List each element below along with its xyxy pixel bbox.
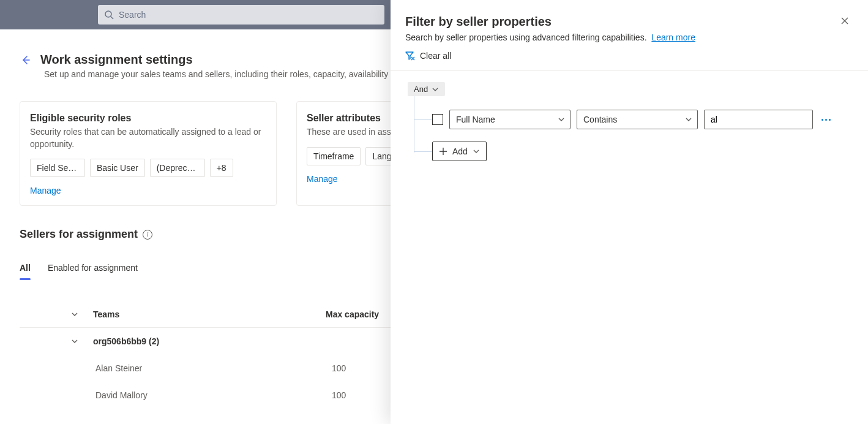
card-eligible-roles: Eligible security roles Security roles t… (20, 101, 277, 206)
condition-more-button[interactable] (819, 116, 833, 123)
add-label: Add (452, 146, 468, 156)
manage-roles-link[interactable]: Manage (30, 186, 61, 195)
condition-checkbox[interactable] (432, 114, 443, 125)
operator-label: Contains (583, 115, 617, 124)
chevron-down-icon (473, 148, 480, 155)
operator-dropdown[interactable]: Contains (577, 110, 698, 129)
section-title: Sellers for assignment (20, 228, 138, 241)
filter-panel: Filter by seller properties Search by se… (391, 0, 868, 424)
clear-all-label: Clear all (420, 51, 451, 61)
learn-more-link[interactable]: Learn more (651, 32, 695, 42)
tab-all[interactable]: All (20, 258, 31, 280)
role-chip[interactable]: Basic User (90, 159, 145, 177)
chevron-down-icon (71, 338, 78, 345)
chevron-down-icon (432, 86, 439, 93)
add-condition-button[interactable]: Add (432, 142, 487, 161)
svg-line-1 (111, 17, 113, 19)
panel-subtitle: Search by seller properties using advanc… (405, 32, 695, 42)
card-roles-title: Eligible security roles (30, 113, 266, 124)
value-input[interactable] (704, 110, 813, 129)
filter-builder: And Full Name Contains (391, 71, 868, 172)
group-operator-label: And (414, 85, 428, 94)
seller-name: David Mallory (93, 390, 326, 400)
expand-all[interactable] (56, 311, 93, 318)
chevron-down-icon (71, 311, 78, 318)
role-chip[interactable]: Field Servic... (30, 159, 85, 177)
info-icon[interactable]: i (143, 230, 152, 240)
filter-clear-icon (405, 51, 415, 61)
filter-condition-row: Full Name Contains (432, 110, 851, 129)
role-chip-more[interactable]: +8 (210, 159, 233, 177)
global-search-input[interactable] (119, 10, 378, 20)
attr-chip[interactable]: Timeframe (307, 147, 361, 165)
panel-title: Filter by seller properties (405, 15, 695, 29)
card-roles-desc: Security roles that can be automatically… (30, 126, 266, 150)
group-operator-dropdown[interactable]: And (408, 82, 445, 96)
close-icon (840, 16, 850, 26)
field-dropdown[interactable]: Full Name (449, 110, 571, 129)
page-title: Work assignment settings (40, 53, 193, 67)
col-teams[interactable]: Teams (93, 309, 326, 319)
search-icon (104, 10, 114, 20)
plus-icon (439, 147, 447, 156)
role-chip[interactable]: (Deprecate... (150, 159, 205, 177)
svg-point-0 (105, 11, 111, 17)
arrow-left-icon (20, 54, 32, 66)
chevron-down-icon (558, 116, 565, 123)
seller-name: Alan Steiner (93, 363, 326, 373)
close-panel-button[interactable] (839, 15, 851, 27)
manage-attrs-link[interactable]: Manage (307, 174, 338, 184)
group-toggle[interactable] (56, 338, 93, 345)
tab-enabled[interactable]: Enabled for assignment (48, 258, 138, 280)
global-search[interactable] (98, 5, 384, 25)
clear-all-button[interactable]: Clear all (405, 51, 851, 61)
back-button[interactable] (20, 54, 32, 66)
chevron-down-icon (685, 116, 692, 123)
group-name: org506b6bb9 (2) (93, 336, 326, 346)
field-label: Full Name (456, 115, 495, 124)
